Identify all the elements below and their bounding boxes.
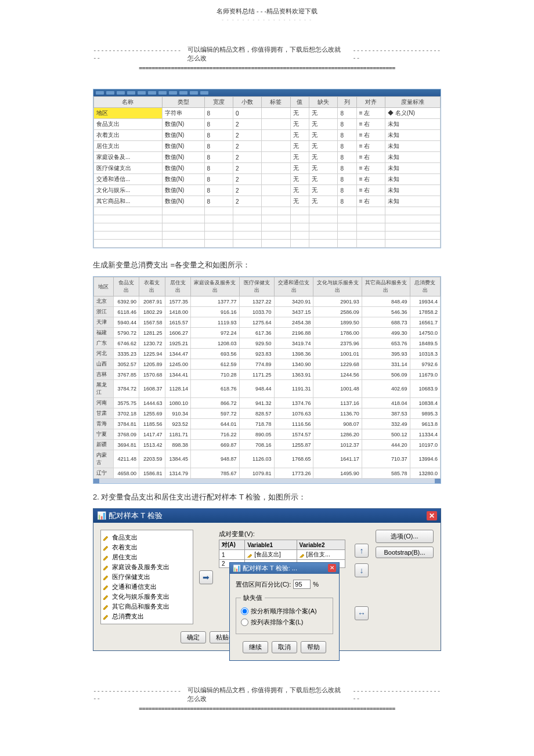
data-cell[interactable]: 785.67 [191, 468, 239, 479]
var-cell[interactable]: 2 [233, 196, 261, 207]
data-cell[interactable]: 1925.21 [165, 338, 191, 349]
data-cell[interactable]: 3420.91 [274, 296, 313, 307]
data-cell[interactable]: 2454.38 [274, 317, 313, 328]
radio-listwise[interactable]: 按列表排除个案(L) [241, 618, 328, 627]
var-cell[interactable]: 8 [204, 185, 233, 196]
data-cell[interactable]: 17858.2 [410, 307, 440, 317]
var-empty-cell[interactable] [356, 231, 385, 240]
var-cell[interactable]: 数值(N) [162, 119, 204, 130]
var-cell[interactable]: 8 [204, 119, 233, 130]
var-empty-cell[interactable] [204, 215, 233, 223]
data-cell[interactable]: 1181.71 [165, 429, 191, 440]
var-empty-cell[interactable] [162, 215, 204, 223]
data-cell[interactable]: 4211.48 [113, 450, 139, 468]
data-cell[interactable]: 1126.03 [239, 450, 274, 468]
data-cell[interactable]: 332.49 [362, 419, 410, 429]
var-empty-cell[interactable] [290, 231, 309, 240]
data-cell[interactable]: 1255.87 [274, 440, 313, 450]
var-cell[interactable]: 无 [290, 185, 309, 196]
radio-listwise-input[interactable] [241, 618, 248, 626]
data-col-header[interactable]: 其它商品和服务支出 [362, 277, 410, 296]
var-col-header[interactable]: 度量标准 [385, 97, 441, 108]
data-cell[interactable]: 1417.47 [139, 429, 165, 440]
var-empty-cell[interactable] [233, 231, 261, 240]
continue-button[interactable]: 继续 [243, 641, 268, 653]
data-cell[interactable]: 1275.64 [239, 317, 274, 328]
var-cell[interactable]: 无 [309, 163, 338, 174]
horizontal-scrollbar[interactable] [93, 479, 441, 483]
var-row[interactable]: 文化与娱乐...数值(N)82无无8≡ 右未知 [94, 185, 441, 196]
var-empty-cell[interactable] [262, 207, 290, 215]
data-cell[interactable]: 2087.91 [139, 296, 165, 307]
var-col-header[interactable]: 值 [290, 97, 309, 108]
var-cell[interactable]: 未知 [385, 130, 441, 141]
var-empty-cell[interactable] [290, 223, 309, 231]
data-cell[interactable]: 1314.79 [165, 468, 191, 479]
var-cell[interactable]: 家庭设备及... [94, 152, 163, 163]
data-cell[interactable]: 1076.63 [274, 408, 313, 419]
data-cell[interactable]: 1229.68 [313, 359, 362, 370]
var-row[interactable]: 食品支出数值(N)82无无8≡ 右未知 [94, 119, 441, 130]
var-cell[interactable]: 数值(N) [162, 141, 204, 152]
data-row[interactable]: 河南3575.751444.631080.10866.72941.321374.… [94, 398, 441, 408]
data-cell[interactable]: 1377.77 [191, 296, 239, 307]
var-empty-cell[interactable] [309, 207, 338, 215]
data-cell[interactable]: 2375.96 [313, 338, 362, 349]
data-cell[interactable]: 1344.41 [165, 370, 191, 380]
data-cell[interactable]: 青海 [94, 419, 114, 429]
var-cell[interactable]: 8 [338, 163, 356, 174]
data-cell[interactable]: 5790.72 [113, 328, 139, 338]
var-col-header[interactable]: 宽度 [204, 97, 233, 108]
data-cell[interactable]: 1615.57 [165, 317, 191, 328]
data-cell[interactable]: 10838.4 [410, 398, 440, 408]
var-cell[interactable]: 数值(N) [162, 196, 204, 207]
var-cell[interactable]: 2 [233, 174, 261, 185]
var-empty-cell[interactable] [162, 223, 204, 231]
var-cell[interactable] [262, 119, 290, 130]
var-cell[interactable]: 无 [309, 141, 338, 152]
data-cell[interactable]: 866.72 [191, 398, 239, 408]
var-cell[interactable] [262, 196, 290, 207]
var-empty-cell[interactable] [385, 207, 441, 215]
data-cell[interactable]: 1245.00 [165, 359, 191, 370]
var-empty-cell[interactable] [385, 215, 441, 223]
data-row[interactable]: 辽宁4658.001586.811314.79785.671079.811773… [94, 468, 441, 479]
data-cell[interactable]: 774.89 [239, 359, 274, 370]
var-empty-cell[interactable] [233, 240, 261, 248]
data-cell[interactable]: 9613.8 [410, 419, 440, 429]
data-cell[interactable]: 923.83 [239, 349, 274, 359]
data-cell[interactable]: 广东 [94, 338, 114, 349]
data-cell[interactable]: 499.30 [362, 328, 410, 338]
data-col-header[interactable]: 居住支出 [165, 277, 191, 296]
data-cell[interactable]: 923.52 [165, 419, 191, 429]
var-cell[interactable] [262, 152, 290, 163]
var-cell[interactable]: 8 [204, 130, 233, 141]
var-empty-cell[interactable] [204, 240, 233, 248]
data-cell[interactable]: 617.36 [239, 328, 274, 338]
var-empty-cell[interactable] [233, 207, 261, 215]
data-cell[interactable]: 1128.14 [165, 380, 191, 398]
data-cell[interactable]: 948.44 [239, 380, 274, 398]
data-cell[interactable]: 1773.26 [274, 468, 313, 479]
var-col-header[interactable]: 缺失 [309, 97, 338, 108]
var-cell[interactable]: 未知 [385, 163, 441, 174]
data-cell[interactable]: 402.69 [362, 380, 410, 398]
data-cell[interactable]: 1208.03 [191, 338, 239, 349]
data-cell[interactable]: 418.04 [362, 398, 410, 408]
data-cell[interactable]: 890.05 [239, 429, 274, 440]
data-row[interactable]: 内蒙古4211.482203.591384.45948.871126.03176… [94, 450, 441, 468]
var-empty-cell[interactable] [290, 240, 309, 248]
var-empty-cell[interactable] [290, 215, 309, 223]
var-empty-cell[interactable] [204, 207, 233, 215]
sub-cancel-button[interactable]: 取消 [272, 641, 297, 653]
data-cell[interactable]: 3575.75 [113, 398, 139, 408]
data-col-header[interactable]: 总消费支出 [410, 277, 440, 296]
data-cell[interactable]: 718.78 [239, 419, 274, 429]
variable-list-item[interactable]: 衣着支出 [103, 542, 190, 552]
data-cell[interactable]: 1606.27 [165, 328, 191, 338]
data-cell[interactable]: 387.53 [362, 408, 410, 419]
bootstrap-button[interactable]: Bootstrap(B)... [376, 547, 434, 558]
data-table[interactable]: 地区食品支出衣着支出居住支出家庭设备及服务支出医疗保健支出交通和通信支出文化与娱… [93, 277, 441, 479]
data-cell[interactable]: 506.09 [362, 370, 410, 380]
data-cell[interactable]: 吉林 [94, 370, 114, 380]
